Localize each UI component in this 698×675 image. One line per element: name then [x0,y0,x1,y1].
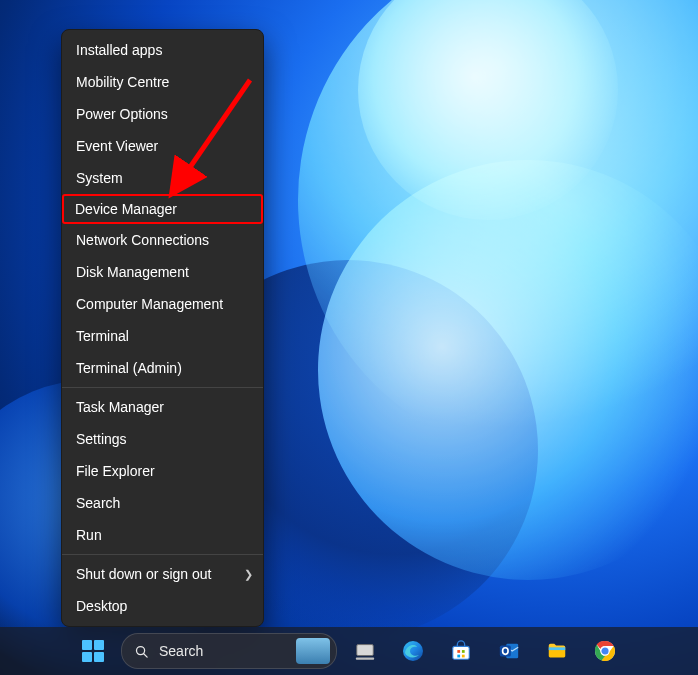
svg-rect-7 [453,646,470,659]
menu-item-terminal[interactable]: Terminal [62,320,263,352]
task-view-icon [354,640,376,662]
chevron-right-icon: ❯ [244,565,253,583]
menu-separator [62,387,263,388]
svg-rect-8 [457,650,460,653]
menu-separator [62,554,263,555]
taskbar: Search [0,627,698,675]
menu-item-installed-apps[interactable]: Installed apps [62,34,263,66]
chrome-icon [593,639,617,663]
menu-item-power-options[interactable]: Power Options [62,98,263,130]
menu-item-label: Desktop [76,598,127,614]
svg-rect-11 [462,655,465,658]
task-view-button[interactable] [345,631,385,671]
chrome-button[interactable] [585,631,625,671]
microsoft-store-button[interactable] [441,631,481,671]
menu-item-search[interactable]: Search [62,487,263,519]
menu-item-mobility-centre[interactable]: Mobility Centre [62,66,263,98]
menu-item-label: System [76,170,123,186]
search-placeholder: Search [159,643,203,659]
start-button[interactable] [73,631,113,671]
edge-button[interactable] [393,631,433,671]
menu-item-label: Device Manager [75,201,177,217]
menu-item-computer-management[interactable]: Computer Management [62,288,263,320]
menu-item-network-connections[interactable]: Network Connections [62,224,263,256]
menu-item-device-manager[interactable]: Device Manager [62,194,263,224]
search-icon [134,644,149,659]
search-highlight-image [296,638,330,664]
svg-rect-10 [457,655,460,658]
menu-item-system[interactable]: System [62,162,263,194]
menu-item-event-viewer[interactable]: Event Viewer [62,130,263,162]
svg-rect-5 [356,657,374,659]
winx-context-menu: Installed appsMobility CentrePower Optio… [61,29,264,627]
menu-item-label: File Explorer [76,463,155,479]
taskbar-search-box[interactable]: Search [121,633,337,669]
menu-item-shut-down[interactable]: Shut down or sign out❯ [62,558,263,590]
menu-item-desktop[interactable]: Desktop [62,590,263,622]
menu-item-disk-management[interactable]: Disk Management [62,256,263,288]
menu-item-label: Run [76,527,102,543]
menu-item-task-manager[interactable]: Task Manager [62,391,263,423]
outlook-button[interactable] [489,631,529,671]
menu-item-label: Terminal (Admin) [76,360,182,376]
menu-item-terminal-admin[interactable]: Terminal (Admin) [62,352,263,384]
svg-rect-9 [462,650,465,653]
menu-item-label: Installed apps [76,42,162,58]
svg-rect-16 [549,647,566,650]
outlook-icon [498,640,520,662]
menu-item-settings[interactable]: Settings [62,423,263,455]
menu-item-label: Power Options [76,106,168,122]
menu-item-run[interactable]: Run [62,519,263,551]
windows-logo-icon [82,640,104,662]
menu-item-label: Disk Management [76,264,189,280]
svg-rect-3 [357,645,374,656]
menu-item-file-explorer[interactable]: File Explorer [62,455,263,487]
menu-item-label: Event Viewer [76,138,158,154]
menu-item-label: Terminal [76,328,129,344]
desktop-background: Installed appsMobility CentrePower Optio… [0,0,698,675]
folder-icon [546,640,568,662]
menu-item-label: Search [76,495,120,511]
menu-item-label: Mobility Centre [76,74,169,90]
file-explorer-button[interactable] [537,631,577,671]
edge-icon [401,639,425,663]
menu-item-label: Settings [76,431,127,447]
store-icon [450,640,472,662]
menu-item-label: Shut down or sign out [76,566,211,582]
menu-item-label: Network Connections [76,232,209,248]
menu-item-label: Task Manager [76,399,164,415]
svg-line-2 [144,653,147,656]
menu-item-label: Computer Management [76,296,223,312]
